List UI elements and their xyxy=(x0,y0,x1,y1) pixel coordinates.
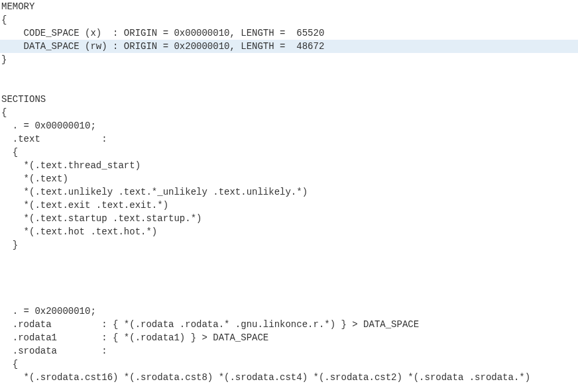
code-line-19: } xyxy=(0,238,578,252)
code-line-18: *(.text.hot .text.hot.*) xyxy=(0,225,578,238)
code-line-2: { xyxy=(0,13,578,26)
code-line-6 xyxy=(0,66,578,79)
code-line-1: MEMORY xyxy=(0,0,578,13)
code-line-25: .rodata : { *(.rodata .rodata.* .gnu.lin… xyxy=(0,318,578,331)
code-line-16: *(.text.exit .text.exit.*) xyxy=(0,199,578,212)
code-line-22 xyxy=(0,278,578,291)
code-line-20 xyxy=(0,252,578,265)
code-line-24: . = 0x20000010; xyxy=(0,305,578,318)
code-line-23 xyxy=(0,291,578,305)
code-line-9: { xyxy=(0,106,578,119)
code-line-10: . = 0x00000010; xyxy=(0,119,578,132)
code-line-4: DATA_SPACE (rw) : ORIGIN = 0x20000010, L… xyxy=(0,40,578,53)
code-line-28: { xyxy=(0,358,578,371)
code-line-21 xyxy=(0,265,578,278)
code-line-11: .text : xyxy=(0,132,578,146)
code-line-12: { xyxy=(0,146,578,159)
code-line-14: *(.text) xyxy=(0,172,578,185)
code-line-13: *(.text.thread_start) xyxy=(0,159,578,172)
code-line-7 xyxy=(0,79,578,93)
code-line-17: *(.text.startup .text.startup.*) xyxy=(0,212,578,225)
code-line-8: SECTIONS xyxy=(0,93,578,106)
code-line-15: *(.text.unlikely .text.*_unlikely .text.… xyxy=(0,185,578,199)
code-line-26: .rodata1 : { *(.rodata1) } > DATA_SPACE xyxy=(0,331,578,344)
code-line-27: .srodata : xyxy=(0,344,578,358)
code-line-5: } xyxy=(0,53,578,66)
linker-script-code: MEMORY{ CODE_SPACE (x) : ORIGIN = 0x0000… xyxy=(0,0,578,384)
code-line-29: *(.srodata.cst16) *(.srodata.cst8) *(.sr… xyxy=(0,371,578,384)
code-line-3: CODE_SPACE (x) : ORIGIN = 0x00000010, LE… xyxy=(0,26,578,40)
